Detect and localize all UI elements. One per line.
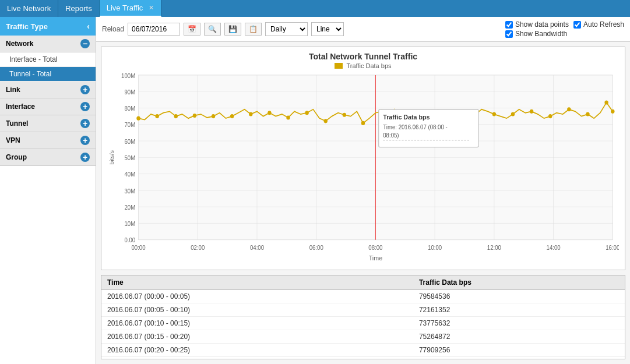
chart-wrapper[interactable]: 100M 90M 80M 70M 60M 50M 40M 30M 20M 10M… xyxy=(101,72,625,270)
cell-value: 79584536 xyxy=(413,290,625,303)
toolbar-row-2: Show Bandwidth xyxy=(505,30,624,38)
show-data-points-checkbox[interactable] xyxy=(505,21,513,29)
svg-point-47 xyxy=(193,114,196,118)
toolbar-row-1: Show data points Auto Refresh xyxy=(505,20,624,29)
section-network-label: Network xyxy=(6,40,33,48)
svg-text:100M: 100M xyxy=(121,72,135,79)
show-data-points-checkbox-label[interactable]: Show data points xyxy=(505,20,569,29)
tab-live-traffic[interactable]: Live Traffic ✕ xyxy=(100,0,162,17)
section-group-toggle-icon[interactable]: + xyxy=(80,153,90,162)
show-bandwidth-checkbox-label[interactable]: Show Bandwidth xyxy=(505,30,567,38)
svg-point-65 xyxy=(530,109,533,114)
save-icon-button[interactable]: 💾 xyxy=(224,23,241,36)
svg-text:20M: 20M xyxy=(124,204,135,211)
svg-text:00:00: 00:00 xyxy=(131,245,145,252)
table-row: 2016.06.07 (00:15 - 00:20)75264872 xyxy=(101,330,625,344)
sidebar-title: Traffic Type xyxy=(6,22,48,31)
legend-label: Traffic Data bps xyxy=(346,62,391,69)
sidebar-item-tunnel-total[interactable]: Tunnel - Total xyxy=(0,67,96,82)
chart-title: Total Network Tunnel Traffic xyxy=(101,47,625,62)
svg-text:0.00: 0.00 xyxy=(124,237,135,244)
close-icon[interactable]: ✕ xyxy=(149,4,154,12)
section-header-group[interactable]: Group + xyxy=(0,149,96,166)
svg-text:70M: 70M xyxy=(124,122,135,129)
svg-text:60M: 60M xyxy=(124,138,135,145)
table-body: 2016.06.07 (00:00 - 00:05)795845362016.0… xyxy=(101,290,625,357)
reload-label: Reload xyxy=(102,25,124,33)
col-header-time: Time xyxy=(101,275,413,290)
svg-text:Time: 2016.06.07 (08:00 -: Time: 2016.06.07 (08:00 - xyxy=(383,124,447,131)
svg-text:04:00: 04:00 xyxy=(250,245,264,252)
table-header-row: Time Traffic Data bps xyxy=(101,275,625,290)
cell-value: 72161352 xyxy=(413,303,625,317)
section-vpn-toggle-icon[interactable]: + xyxy=(80,136,90,145)
chart-area: Total Network Tunnel Traffic Traffic Dat… xyxy=(101,47,625,270)
section-group-label: Group xyxy=(6,153,27,161)
auto-refresh-checkbox[interactable] xyxy=(573,21,581,29)
svg-text:16:00: 16:00 xyxy=(606,245,619,252)
svg-point-69 xyxy=(604,101,608,105)
section-header-tunnel[interactable]: Tunnel + xyxy=(0,115,96,132)
calendar-icon-button[interactable]: 📅 xyxy=(184,23,200,36)
table-row: 2016.06.07 (00:20 - 00:25)77909256 xyxy=(101,344,625,357)
tab-reports[interactable]: Reports xyxy=(58,0,100,17)
show-bandwidth-checkbox[interactable] xyxy=(505,30,513,38)
svg-text:50M: 50M xyxy=(124,155,135,162)
svg-point-51 xyxy=(268,111,271,115)
section-header-interface[interactable]: Interface + xyxy=(0,98,96,115)
section-link-toggle-icon[interactable]: + xyxy=(80,85,90,94)
section-interface-label: Interface xyxy=(6,103,35,111)
svg-text:30M: 30M xyxy=(124,188,135,195)
period-select[interactable]: Daily Weekly Monthly xyxy=(265,22,308,36)
section-vpn-label: VPN xyxy=(6,136,20,144)
cell-time: 2016.06.07 (00:15 - 00:20) xyxy=(101,330,413,344)
section-interface-toggle-icon[interactable]: + xyxy=(80,102,90,111)
svg-point-50 xyxy=(249,112,252,116)
svg-point-68 xyxy=(586,112,589,116)
cell-time: 2016.06.07 (00:10 - 00:15) xyxy=(101,317,413,330)
auto-refresh-label: Auto Refresh xyxy=(583,20,624,29)
svg-text:Traffic Data bps: Traffic Data bps xyxy=(383,114,430,121)
cell-time: 2016.06.07 (00:20 - 00:25) xyxy=(101,344,413,357)
tab-live-traffic-label: Live Traffic xyxy=(107,3,143,12)
svg-text:08:05): 08:05) xyxy=(383,132,399,139)
svg-point-53 xyxy=(305,111,308,115)
svg-text:Time: Time xyxy=(369,255,382,262)
sidebar-item-interface-total-label: Interface - Total xyxy=(9,55,58,63)
tab-live-network-label: Live Network xyxy=(7,4,51,13)
cell-value: 75264872 xyxy=(413,330,625,344)
tab-reports-label: Reports xyxy=(65,4,92,13)
tab-live-network[interactable]: Live Network xyxy=(0,0,58,17)
chart-legend: Traffic Data bps xyxy=(101,62,625,72)
svg-point-55 xyxy=(343,113,346,117)
date-input[interactable] xyxy=(128,23,180,36)
section-tunnel-toggle-icon[interactable]: + xyxy=(80,119,90,128)
export-icon-button[interactable]: 📋 xyxy=(245,23,262,36)
tab-bar: Live Network Reports Live Traffic ✕ xyxy=(0,0,630,17)
col-header-traffic: Traffic Data bps xyxy=(413,275,625,290)
chart-type-select[interactable]: Line Bar Area xyxy=(311,22,344,36)
table-row: 2016.06.07 (00:10 - 00:15)73775632 xyxy=(101,317,625,330)
section-header-link[interactable]: Link + xyxy=(0,82,96,98)
section-network-toggle-icon[interactable]: − xyxy=(80,39,90,48)
toolbar: Reload 📅 🔍 💾 📋 Daily Weekly Monthly Line… xyxy=(96,17,630,42)
svg-text:02:00: 02:00 xyxy=(191,245,205,252)
search-icon-button[interactable]: 🔍 xyxy=(204,23,221,36)
show-bandwidth-label: Show Bandwidth xyxy=(515,30,567,38)
svg-text:bits/s: bits/s xyxy=(108,150,114,165)
table-area: Time Traffic Data bps 2016.06.07 (00:00 … xyxy=(101,275,625,359)
section-header-network[interactable]: Network − xyxy=(0,36,96,52)
sidebar-collapse-icon[interactable]: ‹ xyxy=(87,22,90,31)
svg-point-70 xyxy=(611,109,614,114)
svg-text:08:00: 08:00 xyxy=(368,245,382,252)
svg-point-45 xyxy=(155,114,159,118)
chart-svg: 100M 90M 80M 70M 60M 50M 40M 30M 20M 10M… xyxy=(107,72,619,264)
sidebar-item-interface-total[interactable]: Interface - Total xyxy=(0,52,96,67)
sidebar-header[interactable]: Traffic Type ‹ xyxy=(0,17,96,36)
sidebar-item-tunnel-total-label: Tunnel - Total xyxy=(9,70,51,78)
svg-text:10:00: 10:00 xyxy=(428,245,442,252)
section-header-vpn[interactable]: VPN + xyxy=(0,132,96,149)
svg-point-52 xyxy=(286,115,290,119)
svg-point-63 xyxy=(492,112,496,116)
auto-refresh-checkbox-label[interactable]: Auto Refresh xyxy=(573,20,624,29)
